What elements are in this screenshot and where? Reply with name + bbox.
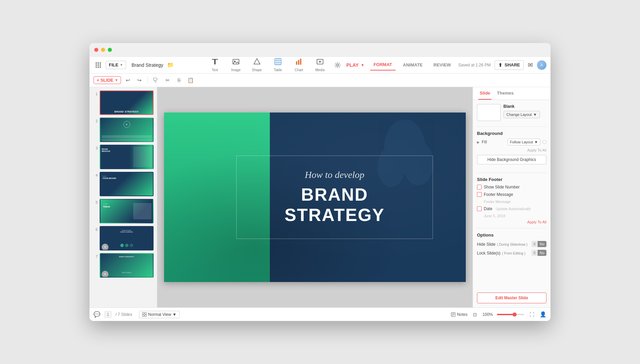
minimize-button[interactable] bbox=[101, 48, 105, 52]
play-dropdown-arrow[interactable]: ▼ bbox=[359, 60, 366, 70]
media-icon bbox=[316, 58, 324, 67]
lock-slide-pause[interactable]: II bbox=[532, 250, 538, 256]
slide-thumb-image-7: BRAND CONSISTENCY Add Emotion + bbox=[100, 253, 154, 278]
fill-select[interactable]: Follow Layout ▼ bbox=[507, 139, 540, 145]
settings-icon[interactable] bbox=[333, 60, 342, 70]
maximize-button[interactable] bbox=[108, 48, 112, 52]
slide-7-add[interactable]: + bbox=[102, 271, 108, 278]
file-dropdown-arrow: ▼ bbox=[120, 63, 123, 67]
slide-content-box[interactable]: How to develop BRAND STRATEGY bbox=[236, 156, 433, 239]
chat-icon[interactable]: 💬 bbox=[94, 311, 100, 318]
table-tool[interactable]: Table bbox=[268, 57, 288, 74]
paint-format-button[interactable] bbox=[151, 76, 161, 85]
slide-thumbnail-5[interactable]: 5 Create a Value bbox=[92, 198, 154, 224]
svg-rect-0 bbox=[96, 62, 97, 64]
hide-slide-no[interactable]: No bbox=[538, 241, 546, 247]
slide-thumbnail-4[interactable]: 4 Inspire YOUR BRAND bbox=[92, 171, 154, 197]
lock-slide-label: Lock Slide(s) bbox=[477, 251, 500, 256]
tab-format[interactable]: FORMAT bbox=[370, 59, 396, 70]
svg-rect-3 bbox=[96, 64, 97, 66]
date-checkbox[interactable] bbox=[477, 206, 482, 211]
add-slide-button[interactable]: + SLIDE ▼ bbox=[94, 76, 121, 84]
date-value: June 5, 2018 bbox=[484, 214, 546, 218]
undo-button[interactable]: ↩ bbox=[123, 76, 133, 85]
panel-tabs: Slide Themes bbox=[473, 87, 551, 100]
svg-rect-30 bbox=[145, 312, 146, 314]
layout-label: Blank bbox=[503, 104, 540, 109]
view-selector[interactable]: Normal View ▼ bbox=[139, 311, 180, 318]
folder-icon[interactable]: 📁 bbox=[167, 62, 174, 68]
lock-slide-label-group: Lock Slide(s) ( From Editing ) bbox=[477, 250, 525, 256]
hide-bg-button[interactable]: Hide Background Graphics bbox=[477, 155, 546, 164]
tab-slide[interactable]: Slide bbox=[478, 87, 492, 100]
svg-rect-25 bbox=[154, 78, 157, 80]
slide-total: / 7 Slides bbox=[116, 312, 132, 317]
collaborators-icon[interactable]: 👤 bbox=[540, 311, 546, 318]
image-tool[interactable]: Image bbox=[226, 57, 246, 74]
fill-color-circle[interactable] bbox=[542, 140, 546, 144]
tab-themes[interactable]: Themes bbox=[496, 87, 515, 100]
redo-button[interactable]: ↪ bbox=[135, 76, 144, 85]
lock-slide-no[interactable]: No bbox=[538, 250, 546, 256]
toolbar-center: Text Image Shape Table bbox=[205, 57, 330, 74]
chart-tool[interactable]: Chart bbox=[289, 57, 309, 74]
slide-6-add[interactable]: + bbox=[102, 244, 108, 250]
slide-add-dropdown[interactable]: ▼ bbox=[115, 78, 118, 82]
play-button[interactable]: PLAY ▼ bbox=[346, 60, 366, 70]
view-icon bbox=[142, 312, 147, 317]
apply-to-all-red[interactable]: Apply To All bbox=[477, 220, 546, 224]
slide-thumbnail-7[interactable]: 7 BRAND CONSISTENCY Add Emotion + bbox=[92, 252, 154, 278]
toolbar-divider bbox=[147, 77, 148, 84]
fit-screen-icon[interactable]: ⛶ bbox=[529, 312, 534, 317]
date-label: Date bbox=[484, 206, 492, 211]
divider-2 bbox=[477, 173, 546, 173]
panel-body: Blank Change Layout ▼ Background ▶ Fill … bbox=[473, 100, 551, 292]
hide-slide-pause[interactable]: II bbox=[532, 241, 538, 247]
share-icon: ⬆ bbox=[498, 62, 502, 68]
slide-thumb-image-1: BRAND STRATEGY bbox=[100, 90, 154, 115]
notes-icon bbox=[451, 312, 456, 317]
grid-icon[interactable] bbox=[94, 60, 103, 70]
svg-rect-1 bbox=[98, 62, 99, 64]
lock-slide-sub: ( From Editing ) bbox=[502, 251, 525, 255]
show-slide-number-checkbox[interactable] bbox=[477, 185, 482, 189]
slide-thumbnail-6[interactable]: 6 Focus on yourTARGET AUDIENCE + bbox=[92, 225, 154, 251]
fill-chevron[interactable]: ▶ bbox=[477, 140, 480, 144]
close-button[interactable] bbox=[94, 48, 98, 52]
slide-thumbnail-3[interactable]: 3 BRANDMESSAGE bbox=[92, 144, 154, 170]
copy-button[interactable]: ⎘ bbox=[174, 76, 184, 85]
notes-button[interactable]: Notes bbox=[451, 312, 467, 317]
user-avatar[interactable]: A bbox=[537, 60, 546, 70]
slide-canvas[interactable]: How to develop BRAND STRATEGY bbox=[164, 113, 466, 282]
fit-to-window-icon[interactable]: ⊡ bbox=[473, 312, 477, 317]
footer-message-checkbox[interactable] bbox=[477, 192, 482, 197]
background-section-title: Background bbox=[477, 131, 546, 136]
lock-slide-toggle[interactable]: II No bbox=[532, 250, 546, 256]
tab-review[interactable]: REVIEW bbox=[430, 60, 454, 70]
media-tool[interactable]: Media bbox=[310, 57, 330, 74]
tab-animate[interactable]: ANIMATE bbox=[400, 60, 426, 70]
svg-rect-14 bbox=[275, 59, 281, 65]
svg-rect-32 bbox=[145, 315, 146, 317]
file-menu-button[interactable]: FILE ▼ bbox=[106, 61, 126, 69]
slide-thumbnail-1[interactable]: 1 BRAND STRATEGY bbox=[92, 90, 154, 116]
edit-master-slide-button[interactable]: Edit Master Slide bbox=[477, 292, 546, 303]
slide-toolbar: + SLIDE ▼ ↩ ↪ ✂ ⎘ 📋 bbox=[89, 74, 551, 87]
cut-button[interactable]: ✂ bbox=[163, 76, 172, 85]
text-icon bbox=[211, 58, 219, 67]
text-tool[interactable]: Text bbox=[205, 57, 225, 74]
change-layout-button[interactable]: Change Layout ▼ bbox=[503, 111, 540, 118]
svg-rect-5 bbox=[100, 64, 101, 66]
saved-indicator: Saved at 1:26 PM bbox=[458, 63, 491, 67]
paste-button[interactable]: 📋 bbox=[186, 76, 195, 85]
slide-thumb-image-6: Focus on yourTARGET AUDIENCE + bbox=[100, 226, 154, 250]
zoom-slider[interactable] bbox=[497, 314, 524, 315]
shape-tool[interactable]: Shape bbox=[247, 57, 267, 74]
slide-thumb-image-3: BRANDMESSAGE bbox=[100, 145, 154, 169]
slide-thumb-image-5: Create a Value bbox=[100, 199, 154, 223]
slide-thumbnail-2[interactable]: 2 + bbox=[92, 117, 154, 143]
hide-slide-toggle[interactable]: II No bbox=[532, 241, 546, 247]
message-icon[interactable]: ✉ bbox=[528, 61, 533, 69]
share-button[interactable]: ⬆ SHARE bbox=[495, 60, 524, 70]
right-panel: Slide Themes Blank Change Layout ▼ bbox=[473, 87, 551, 307]
